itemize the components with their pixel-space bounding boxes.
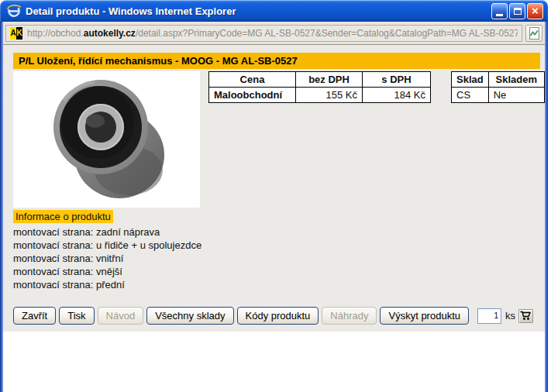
maximize-button[interactable] (509, 3, 525, 19)
price-without-vat: 155 Kč (296, 88, 363, 103)
print-button[interactable]: Tisk (59, 307, 94, 325)
stock-location: CS (452, 88, 489, 103)
price-col-s-dph: s DPH (363, 72, 431, 88)
product-title-bar: P/L Uložení, řídící mechanismus - MOOG -… (13, 53, 540, 69)
product-occurrence-button[interactable]: Výskyt produktu (380, 307, 469, 325)
internet-explorer-icon (6, 3, 22, 19)
price-col-bez-dph: bez DPH (296, 72, 363, 88)
info-line: montovací strana: zadní náprava (13, 225, 201, 239)
info-line: montovací strana: vnější (13, 265, 201, 278)
add-to-cart-button[interactable] (518, 309, 533, 323)
minimize-button[interactable] (491, 3, 508, 19)
url-domain: autokelly.cz (84, 28, 136, 39)
stock-col-sklad: Sklad (452, 72, 489, 88)
maximize-icon (514, 8, 522, 15)
info-section-title: Informace o produktu (13, 210, 113, 223)
info-line: montovací strana: vnitřní (13, 252, 201, 265)
bushing-photo (48, 77, 166, 203)
minimize-icon (496, 14, 503, 16)
window-border-right (545, 22, 548, 392)
page-go-icon (529, 27, 539, 40)
go-button[interactable] (525, 25, 542, 42)
shopping-cart-icon (520, 311, 531, 321)
product-codes-button[interactable]: Kódy produktu (237, 307, 319, 325)
manual-button: Návod (98, 307, 144, 325)
replacements-button: Náhrady (322, 307, 377, 325)
window-title: Detail produktu - Windows Internet Explo… (26, 5, 487, 17)
quantity-input[interactable] (477, 308, 501, 324)
product-image (13, 71, 200, 208)
all-warehouses-button[interactable]: Všechny sklady (146, 307, 233, 325)
price-type: Maloobchodní (209, 88, 296, 103)
title-bar[interactable]: Detail produktu - Windows Internet Explo… (0, 0, 548, 22)
quantity-unit-label: ks (505, 310, 515, 322)
url-field[interactable]: A K http://obchod.autokelly.cz/detail.as… (5, 25, 522, 42)
page-content: P/L Uložení, řídící mechanismus - MOOG -… (3, 45, 545, 332)
info-line: montovací strana: přední (13, 278, 201, 291)
close-icon: × (532, 5, 539, 16)
product-info-list: montovací strana: zadní náprava montovac… (13, 225, 201, 291)
stock-data-row: CS Ne (452, 88, 545, 103)
url-text: http://obchod.autokelly.cz/detail.aspx?P… (27, 28, 518, 39)
action-button-row: Zavřít Tisk Návod Všechny sklady Kódy pr… (13, 307, 533, 325)
address-bar: A K http://obchod.autokelly.cz/detail.as… (3, 22, 545, 45)
autokelly-favicon-icon: A K (10, 27, 22, 40)
price-header-row: Cena bez DPH s DPH (209, 72, 431, 88)
price-col-cena: Cena (209, 72, 296, 88)
stock-col-skladem: Skladem (488, 72, 544, 88)
stock-availability: Ne (488, 88, 544, 103)
stock-table: Sklad Skladem CS Ne (451, 71, 545, 103)
close-product-button[interactable]: Zavřít (13, 307, 56, 325)
stock-header-row: Sklad Skladem (452, 72, 545, 88)
price-with-vat: 184 Kč (363, 88, 431, 103)
page-whitespace (3, 332, 545, 392)
info-line: montovací strana: u řidiče + u spolujezd… (13, 239, 201, 252)
ie-popup-window: Detail produktu - Windows Internet Explo… (0, 0, 548, 392)
close-button[interactable]: × (527, 3, 543, 19)
price-table: Cena bez DPH s DPH Maloobchodní 155 Kč 1… (208, 71, 431, 103)
price-data-row: Maloobchodní 155 Kč 184 Kč (209, 88, 431, 103)
